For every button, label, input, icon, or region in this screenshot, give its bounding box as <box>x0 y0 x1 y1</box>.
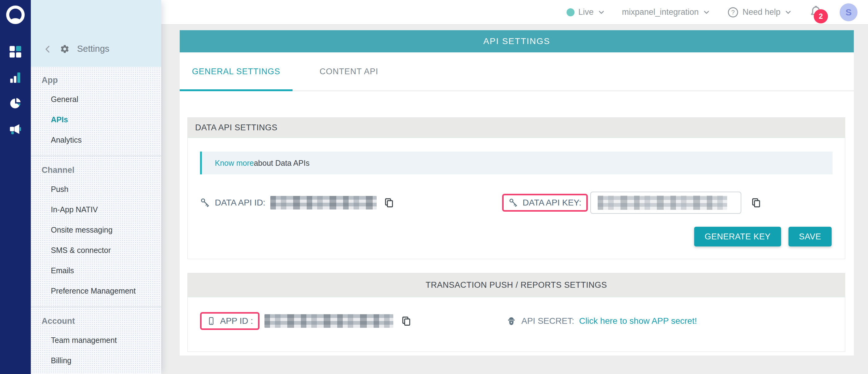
data-api-key-group: DATA API KEY: <box>502 192 762 214</box>
bar-chart-icon[interactable] <box>9 71 22 84</box>
api-secret-label: API SECRET: <box>522 316 574 326</box>
project-dropdown[interactable]: mixpanel_integration <box>622 7 711 17</box>
sidebar-item-inapp-nativ[interactable]: In-App NATIV <box>31 199 161 220</box>
secret-agent-icon <box>506 316 517 326</box>
notifications-bell[interactable]: 2 <box>809 4 823 20</box>
section-label: Channel <box>31 161 161 179</box>
key-icon <box>508 198 519 208</box>
sidebar-header: Settings <box>31 0 161 67</box>
transaction-settings-title: TRANSACTION PUSH / REPORTS SETTINGS <box>188 273 845 297</box>
pie-chart-icon[interactable] <box>9 97 22 110</box>
section-label: App <box>31 71 161 89</box>
mobile-phone-icon <box>207 316 216 326</box>
save-button[interactable]: SAVE <box>788 227 832 246</box>
settings-sidebar: Settings App General APIs Analytics Chan… <box>31 0 161 374</box>
sidebar-item-preference-management[interactable]: Preference Management <box>31 281 161 301</box>
sidebar-item-sms-connector[interactable]: SMS & connector <box>31 240 161 260</box>
tab-general-settings[interactable]: GENERAL SETTINGS <box>180 53 292 91</box>
help-menu[interactable]: ? Need help <box>727 6 792 18</box>
sidebar-item-billing[interactable]: Billing <box>31 350 161 371</box>
sidebar-item-apis[interactable]: APIs <box>31 109 161 130</box>
gear-icon <box>60 44 70 54</box>
copy-icon[interactable] <box>383 197 395 208</box>
data-api-key-input[interactable] <box>590 192 741 214</box>
sidebar-item-team-management[interactable]: Team management <box>31 330 161 350</box>
app-id-highlight: APP ID : <box>200 312 259 330</box>
chevron-down-icon <box>703 8 711 16</box>
sidebar-item-general[interactable]: General <box>31 89 161 109</box>
data-api-id-label: DATA API ID: <box>215 198 266 208</box>
chevron-down-icon <box>597 8 606 16</box>
main-content: API SETTINGS GENERAL SETTINGS CONTENT AP… <box>161 25 868 374</box>
know-more-banner: Know more about Data APIs <box>200 151 833 174</box>
sidebar-section-channel: Channel Push In-App NATIV Onsite messagi… <box>31 156 161 307</box>
live-status-dot-icon <box>566 8 575 16</box>
topbar: Live mixpanel_integration ? Need help 2 … <box>161 0 868 25</box>
help-label: Need help <box>743 7 780 17</box>
brand-logo-icon[interactable] <box>5 5 25 25</box>
notification-count-badge: 2 <box>814 9 828 24</box>
app-rail <box>0 0 31 374</box>
copy-icon[interactable] <box>750 197 762 208</box>
tab-content-api[interactable]: CONTENT API <box>292 53 405 91</box>
section-label: Account <box>31 312 161 330</box>
tab-bar: GENERAL SETTINGS CONTENT API <box>180 53 854 91</box>
sidebar-list: App General APIs Analytics Channel Push … <box>31 67 161 374</box>
data-api-key-highlight: DATA API KEY: <box>502 194 588 212</box>
rail-nav <box>9 45 22 136</box>
generate-key-button[interactable]: GENERATE KEY <box>694 227 781 246</box>
key-icon <box>200 198 211 208</box>
data-api-id-value-blurred <box>270 196 377 209</box>
data-api-settings-title: DATA API SETTINGS <box>188 118 845 138</box>
sidebar-item-emails[interactable]: Emails <box>31 260 161 281</box>
card-body: DATA API SETTINGS Know more about Data A… <box>180 91 854 355</box>
data-api-key-label: DATA API KEY: <box>523 198 581 208</box>
transaction-row: APP ID : <box>200 312 833 330</box>
sidebar-title: Settings <box>77 44 110 54</box>
know-more-text: about Data APIs <box>254 159 309 168</box>
copy-icon[interactable] <box>401 315 412 327</box>
know-more-link[interactable]: Know more <box>215 159 254 168</box>
data-api-key-value-blurred <box>598 196 727 210</box>
environment-dropdown[interactable]: Live <box>566 7 606 17</box>
data-api-settings-section: DATA API SETTINGS Know more about Data A… <box>187 117 845 259</box>
sidebar-section-account: Account Team management Billing <box>31 307 161 374</box>
transaction-settings-section: TRANSACTION PUSH / REPORTS SETTINGS APP … <box>187 273 845 352</box>
data-api-actions: GENERATE KEY SAVE <box>188 227 832 246</box>
sidebar-section-app: App General APIs Analytics <box>31 71 161 156</box>
project-name: mixpanel_integration <box>622 7 699 17</box>
chevron-down-icon <box>784 8 792 16</box>
api-settings-card: API SETTINGS GENERAL SETTINGS CONTENT AP… <box>180 30 854 355</box>
dashboard-grid-icon[interactable] <box>9 45 22 59</box>
megaphone-icon[interactable] <box>9 123 22 136</box>
svg-text:?: ? <box>731 9 735 15</box>
app-id-label: APP ID : <box>220 316 253 326</box>
page-title: API SETTINGS <box>180 30 854 53</box>
app-id-value-blurred <box>265 314 393 328</box>
question-circle-icon: ? <box>727 6 739 18</box>
sidebar-item-push[interactable]: Push <box>31 179 161 199</box>
environment-label: Live <box>578 7 594 17</box>
data-api-row: DATA API ID: <box>200 192 833 214</box>
api-secret-group: API SECRET: Click here to show APP secre… <box>506 316 697 326</box>
show-app-secret-link[interactable]: Click here to show APP secret! <box>579 316 697 326</box>
back-chevron-icon[interactable] <box>43 44 53 54</box>
user-avatar[interactable]: S <box>840 3 858 21</box>
sidebar-item-onsite-messaging[interactable]: Onsite messaging <box>31 220 161 240</box>
sidebar-item-analytics[interactable]: Analytics <box>31 130 161 150</box>
